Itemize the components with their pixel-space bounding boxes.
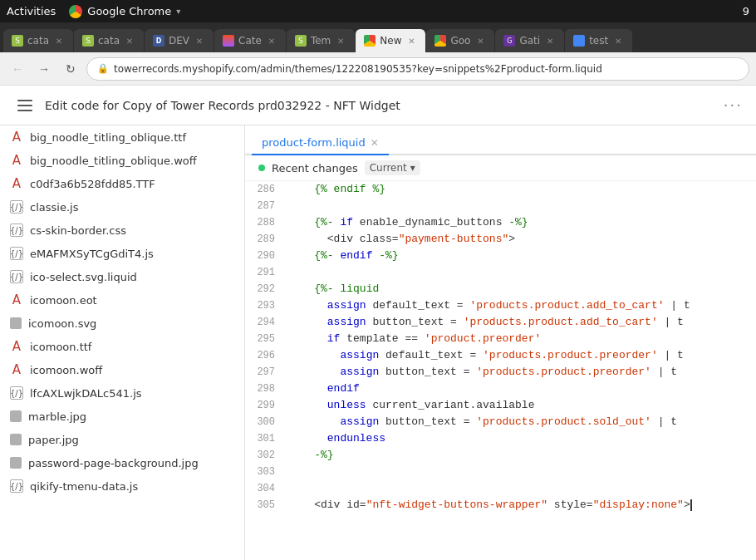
code-line-289: 289 <div class="payment-buttons">	[245, 231, 756, 248]
sidebar-item-label-5: eMAFMXSyTCgGdiT4.js	[30, 248, 154, 260]
tab-close-7[interactable]: ✕	[474, 35, 486, 47]
activities-label[interactable]: Activities	[7, 5, 56, 17]
sidebar-item-6[interactable]: {/}ico-select.svg.liquid	[0, 265, 244, 288]
sidebar-item-14[interactable]: password-page-background.jpg	[0, 451, 244, 474]
tab-close-6[interactable]: ✕	[405, 35, 417, 47]
code-line-294: 294 assign button_text = 'products.produ…	[245, 314, 756, 331]
sidebar-item-2[interactable]: Ac0df3a6b528fdd85.TTF	[0, 172, 244, 195]
sidebar-item-12[interactable]: marble.jpg	[0, 405, 244, 428]
shopify-icon-1: S	[12, 35, 23, 47]
gatsby-icon-8: G	[503, 35, 515, 47]
sidebar-item-5[interactable]: {/}eMAFMXSyTCgGdiT4.js	[0, 242, 244, 265]
sidebar-item-13[interactable]: paper.jpg	[0, 428, 244, 451]
editor-tab-label: product-form.liquid	[262, 136, 366, 149]
browser-tab-5[interactable]: S Tem ✕	[287, 29, 355, 52]
line-content-302: -%}	[285, 447, 756, 464]
browser-tab-2[interactable]: S cata ✕	[74, 29, 144, 52]
code-line-292: 292 {%- liquid	[245, 281, 756, 297]
sidebar-item-9[interactable]: Aicomoon.ttf	[0, 335, 244, 358]
code-line-293: 293 assign default_text = 'products.prod…	[245, 297, 756, 314]
line-content-288: {%- if enable_dynamic_buttons -%}	[285, 214, 756, 231]
code-line-287: 287	[245, 198, 756, 214]
code-line-288: 288 {%- if enable_dynamic_buttons -%}	[245, 214, 756, 231]
line-content-297: assign button_text = 'products.product.p…	[285, 364, 756, 381]
sidebar-item-icon-8	[10, 317, 22, 329]
tab-close-5[interactable]: ✕	[335, 35, 346, 47]
browser-tab-6[interactable]: New ✕	[356, 29, 425, 52]
line-content-293: assign default_text = 'products.product.…	[285, 297, 756, 314]
sidebar-item-icon-0: A	[10, 130, 23, 144]
line-number-287: 287	[245, 198, 285, 214]
code-editor[interactable]: 286 {% endif %}287288 {%- if enable_dyna…	[245, 181, 756, 560]
line-number-291: 291	[245, 264, 285, 281]
line-number-294: 294	[245, 314, 285, 331]
sidebar-item-icon-6: {/}	[10, 270, 23, 283]
browser-tab-1[interactable]: S cata ✕	[3, 29, 73, 52]
current-badge[interactable]: Current ▾	[365, 160, 420, 175]
circle-icon-6	[364, 35, 376, 47]
refresh-button[interactable]: ↻	[60, 58, 81, 80]
tab-close-9[interactable]: ✕	[612, 35, 624, 47]
chrome-chevron: ▾	[176, 7, 180, 16]
shopify-icon-5: S	[295, 35, 307, 47]
code-line-304: 304	[245, 480, 756, 497]
hamburger-line	[17, 110, 32, 111]
sidebar-item-10[interactable]: Aicomoon.woff	[0, 358, 244, 381]
line-number-289: 289	[245, 231, 285, 248]
browser-tab-3[interactable]: D DEV ✕	[145, 29, 214, 52]
tab-close-1[interactable]: ✕	[53, 35, 65, 47]
browser-tab-7[interactable]: Goo ✕	[426, 29, 494, 52]
sidebar-toggle-button[interactable]	[13, 94, 37, 117]
line-number-302: 302	[245, 447, 285, 464]
sidebar-item-label-9: icomoon.ttf	[30, 341, 91, 353]
editor-tab-product-form[interactable]: product-form.liquid ✕	[252, 131, 389, 155]
browser-tab-9[interactable]: test ✕	[565, 29, 632, 52]
more-options-icon[interactable]: ···	[724, 96, 743, 114]
sidebar-item-7[interactable]: Aicomoon.eot	[0, 288, 244, 312]
line-number-290: 290	[245, 248, 285, 264]
tab-close-3[interactable]: ✕	[194, 35, 205, 47]
sidebar-item-label-1: big_noodle_titling_oblique.woff	[30, 155, 197, 167]
hamburger-line	[17, 105, 32, 106]
sidebar-item-1[interactable]: Abig_noodle_titling_oblique.woff	[0, 149, 244, 172]
tab-label-1: cata	[27, 35, 49, 47]
sidebar-item-label-13: paper.jpg	[28, 434, 79, 446]
browser-tab-8[interactable]: G Gati ✕	[495, 29, 564, 52]
sidebar-item-4[interactable]: {/}cs-skin-border.css	[0, 219, 244, 242]
nav-bar: ← → ↻ 🔒 towerrecords.myshopify.com/admin…	[0, 52, 756, 86]
line-number-301: 301	[245, 430, 285, 447]
tab-close-2[interactable]: ✕	[124, 35, 135, 47]
line-content-299: unless current_variant.available	[285, 397, 756, 414]
line-content-305: <div id="nft-widget-buttons-wrapper" sty…	[285, 497, 756, 513]
tab-close-8[interactable]: ✕	[544, 35, 556, 47]
code-line-290: 290 {%- endif -%}	[245, 248, 756, 264]
chrome-label: Google Chrome	[87, 5, 171, 17]
sidebar-item-label-7: icomoon.eot	[30, 294, 97, 307]
sidebar-item-label-4: cs-skin-border.css	[30, 224, 126, 237]
sidebar-item-15[interactable]: {/}qikify-tmenu-data.js	[0, 474, 244, 498]
line-content-291	[285, 264, 756, 281]
line-content-304	[285, 480, 756, 497]
back-button[interactable]: ←	[7, 58, 28, 80]
line-content-301: endunless	[285, 430, 756, 447]
sidebar-item-3[interactable]: {/}classie.js	[0, 195, 244, 219]
sidebar-item-0[interactable]: Abig_noodle_titling_oblique.ttf	[0, 125, 244, 149]
line-content-303	[285, 464, 756, 480]
forward-button[interactable]: →	[33, 58, 55, 80]
sidebar-item-8[interactable]: icomoon.svg	[0, 312, 244, 335]
sidebar-item-icon-13	[10, 434, 22, 445]
sidebar-item-11[interactable]: {/}lfcAXLwjkDALc541.js	[0, 381, 244, 405]
current-chevron: ▾	[410, 162, 415, 174]
chrome-app[interactable]: Google Chrome ▾	[69, 5, 180, 18]
world-icon-9	[573, 35, 585, 47]
code-line-296: 296 assign default_text = 'products.prod…	[245, 347, 756, 364]
line-number-305: 305	[245, 497, 285, 513]
tab-close-4[interactable]: ✕	[266, 35, 277, 47]
browser-tab-4[interactable]: Cate ✕	[214, 29, 286, 52]
dev-icon-3: D	[153, 35, 164, 47]
address-bar[interactable]: 🔒 towerrecords.myshopify.com/admin/theme…	[86, 57, 749, 81]
tab-label-8: Gati	[519, 35, 540, 47]
tab-label-7: Goo	[450, 35, 470, 47]
editor-tab-close[interactable]: ✕	[371, 138, 379, 148]
sidebar-item-icon-12	[10, 410, 22, 422]
